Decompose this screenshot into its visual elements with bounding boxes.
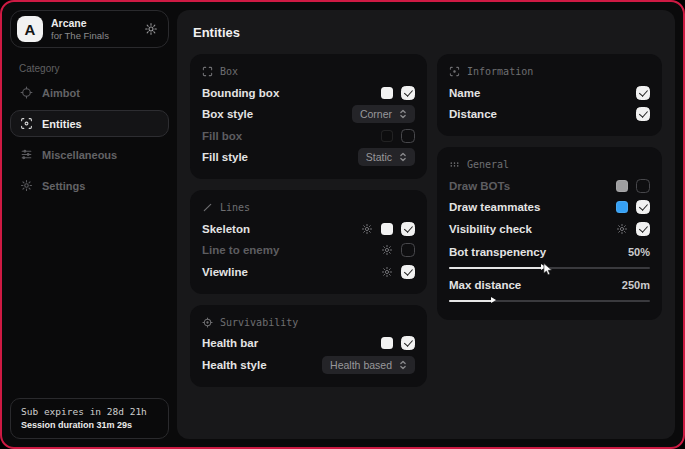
setting-label: Fill style [202, 151, 248, 163]
general-card: General Draw BOTs Draw teammates [437, 147, 662, 320]
checkbox[interactable] [401, 129, 415, 143]
target-icon [202, 317, 213, 328]
gear-icon [20, 179, 33, 192]
setting-label: Visibility check [449, 223, 532, 235]
brand-name: Arcane [51, 17, 109, 30]
scan-eye-icon [20, 117, 33, 130]
sidebar-item-aimbot[interactable]: Aimbot [10, 79, 169, 106]
setting-row: Box style Corner [202, 104, 415, 126]
slider-value: 250m [622, 279, 650, 291]
box-card: Box Bounding box Box style Corner [190, 54, 427, 179]
setting-label: Draw BOTs [449, 180, 510, 192]
survivability-card: Survivability Health bar Health style He… [190, 305, 427, 387]
setting-label: Bounding box [202, 87, 279, 99]
brand-subtitle: for The Finals [51, 30, 109, 42]
session-duration-text: Session duration 31m 29s [21, 420, 158, 430]
sidebar-item-miscellaneous[interactable]: Miscellaneous [10, 141, 169, 168]
box-style-dropdown[interactable]: Corner [352, 105, 415, 123]
setting-row: Viewline [202, 261, 415, 283]
color-swatch[interactable] [381, 130, 393, 142]
setting-row: Bounding box [202, 82, 415, 104]
sidebar-item-label: Miscellaneous [42, 149, 117, 161]
gear-icon[interactable] [616, 223, 628, 235]
sidebar: A Arcane for The Finals Category [2, 2, 177, 447]
checkbox[interactable] [401, 86, 415, 100]
setting-row: Health style Health based [202, 354, 415, 376]
setting-row: Fill box [202, 125, 415, 147]
checkbox[interactable] [636, 86, 650, 100]
diagonal-line-icon [202, 202, 213, 213]
checkbox[interactable] [401, 265, 415, 279]
color-swatch[interactable] [381, 87, 393, 99]
checkbox[interactable] [401, 243, 415, 257]
chevrons-up-down-icon [399, 152, 407, 162]
color-swatch[interactable] [381, 337, 393, 349]
setting-label: Health style [202, 359, 267, 371]
fill-style-dropdown[interactable]: Static [358, 148, 415, 166]
slider-value: 50% [628, 246, 650, 258]
main-panel: Entities Box Bounding box [177, 10, 675, 439]
setting-label: Draw teammates [449, 201, 540, 213]
grid-dots-icon [449, 159, 460, 170]
setting-label: Health bar [202, 337, 258, 349]
health-style-dropdown[interactable]: Health based [322, 356, 415, 374]
sliders-icon [20, 148, 33, 161]
gear-icon[interactable] [381, 244, 393, 256]
setting-label: Name [449, 87, 480, 99]
chevrons-up-down-icon [399, 109, 407, 119]
crosshair-icon [20, 86, 33, 99]
session-info-box: Sub expires in 28d 21h Session duration … [10, 398, 169, 439]
brand-logo: A [17, 16, 43, 42]
setting-row: Draw BOTs [449, 175, 650, 197]
setting-label: Distance [449, 108, 497, 120]
app-window: A Arcane for The Finals Category [0, 0, 685, 449]
checkbox[interactable] [636, 107, 650, 121]
general-card-header: General [449, 156, 650, 175]
checkbox[interactable] [636, 179, 650, 193]
checkbox[interactable] [401, 222, 415, 236]
setting-row: Draw teammates [449, 197, 650, 219]
information-card-header: Information [449, 63, 650, 82]
sidebar-item-entities[interactable]: Entities [10, 110, 169, 137]
chevrons-up-down-icon [399, 360, 407, 370]
sidebar-item-settings[interactable]: Settings [10, 172, 169, 199]
box-card-header: Box [202, 63, 415, 82]
sidebar-item-label: Aimbot [42, 87, 80, 99]
setting-label: Skeleton [202, 223, 250, 235]
max-distance-slider[interactable] [449, 300, 650, 302]
color-swatch[interactable] [381, 223, 393, 235]
bot-transparency-slider-group: Bot transpenency 50% [449, 243, 650, 269]
bot-transparency-slider[interactable] [449, 267, 650, 269]
setting-row: Name [449, 82, 650, 104]
setting-row: Visibility check [449, 218, 650, 240]
sub-expiry-text: Sub expires in 28d 21h [21, 406, 158, 417]
brand-header: A Arcane for The Finals [10, 10, 169, 48]
gear-icon[interactable] [144, 22, 158, 36]
page-title: Entities [193, 25, 662, 40]
lines-card-header: Lines [202, 199, 415, 218]
information-card: Information Name Distance [437, 54, 662, 136]
gear-icon[interactable] [381, 266, 393, 278]
checkbox[interactable] [636, 222, 650, 236]
survivability-card-header: Survivability [202, 314, 415, 333]
mouse-cursor [543, 263, 554, 276]
setting-label: Box style [202, 108, 253, 120]
checkbox[interactable] [636, 200, 650, 214]
color-swatch[interactable] [616, 201, 628, 213]
max-distance-slider-group: Max distance 250m [449, 276, 650, 302]
setting-label: Viewline [202, 266, 248, 278]
setting-label: Line to enemy [202, 244, 279, 256]
box-brackets-icon [202, 66, 213, 77]
gear-icon[interactable] [361, 223, 373, 235]
setting-row: Skeleton [202, 218, 415, 240]
color-swatch[interactable] [616, 180, 628, 192]
checkbox[interactable] [401, 336, 415, 350]
sidebar-item-label: Entities [42, 118, 82, 130]
slider-thumb[interactable] [491, 297, 496, 303]
setting-row: Health bar [202, 333, 415, 355]
sidebar-nav: Aimbot Entities Miscella [10, 79, 169, 199]
setting-row: Line to enemy [202, 240, 415, 262]
setting-label: Max distance [449, 279, 521, 291]
scan-info-icon [449, 66, 460, 77]
lines-card: Lines Skeleton Line to enemy [190, 190, 427, 294]
